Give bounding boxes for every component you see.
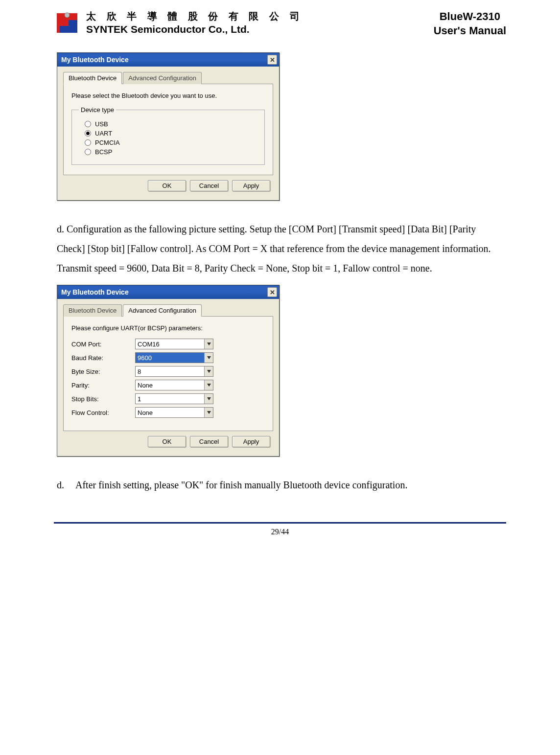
radio-pcmcia[interactable]: PCMCIA [85, 139, 257, 146]
list-marker: d. [57, 475, 68, 495]
device-type-legend: Device type [79, 106, 116, 114]
dialog-titlebar: My Bluetooth Device ✕ [57, 285, 279, 299]
company-name-en: SYNTEK Semiconductor Co., Ltd. [86, 23, 303, 36]
dialog-bluetooth-device-type: My Bluetooth Device ✕ Bluetooth Device A… [57, 52, 280, 201]
radio-label: PCMCIA [95, 139, 120, 146]
stop-bits-combo[interactable]: 1 [135, 393, 213, 404]
row-stop-bits: Stop Bits: 1 [71, 393, 265, 404]
apply-button[interactable]: Apply [232, 180, 270, 191]
dialog-title: My Bluetooth Device [61, 56, 129, 64]
tab-advanced-configuration[interactable]: Advanced Configuration [123, 304, 202, 317]
list-item-d2: d. After finish setting, please "OK" for… [57, 475, 506, 495]
flow-control-label: Flow Control: [71, 409, 135, 416]
tab-strip: Bluetooth Device Advanced Configuration [63, 304, 273, 316]
apply-button[interactable]: Apply [232, 436, 270, 447]
chevron-down-icon[interactable] [204, 353, 213, 363]
tab-strip: Bluetooth Device Advanced Configuration [63, 71, 273, 84]
ok-button[interactable]: OK [148, 436, 186, 447]
parity-value: None [136, 380, 204, 390]
baud-rate-value: 9600 [136, 353, 204, 363]
tab-bluetooth-device[interactable]: Bluetooth Device [63, 304, 122, 317]
row-flow-control: Flow Control: None [71, 407, 265, 418]
stop-bits-value: 1 [136, 394, 204, 404]
product-name: BlueW-2310 [434, 10, 506, 24]
radio-icon [85, 121, 91, 127]
svg-point-0 [65, 13, 70, 18]
com-port-combo[interactable]: COM16 [135, 339, 213, 349]
cancel-button[interactable]: Cancel [190, 180, 228, 191]
header-right: BlueW-2310 User's Manual [434, 10, 506, 38]
row-baud-rate: Baud Rate: 9600 [71, 352, 265, 363]
radio-label: BCSP [95, 148, 112, 156]
radio-usb[interactable]: USB [85, 120, 257, 128]
chevron-down-icon[interactable] [204, 394, 213, 404]
page-header: 太 欣 半 導 體 股 份 有 限 公 司 SYNTEK Semiconduct… [54, 10, 506, 38]
paragraph-d: d. Configuration as the fallowing pictur… [57, 219, 506, 278]
com-port-label: COM Port: [71, 341, 135, 348]
company-name-cn: 太 欣 半 導 體 股 份 有 限 公 司 [86, 10, 303, 23]
chevron-down-icon[interactable] [204, 339, 213, 349]
cancel-button[interactable]: Cancel [190, 436, 228, 447]
radio-bcsp[interactable]: BCSP [85, 148, 257, 156]
doc-title: User's Manual [434, 24, 506, 38]
ok-button[interactable]: OK [148, 180, 186, 191]
tab-panel: Please configure UART(or BCSP) parameter… [63, 316, 273, 431]
byte-size-combo[interactable]: 8 [135, 366, 213, 377]
dialog-button-row: OK Cancel Apply [63, 175, 273, 194]
flow-control-combo[interactable]: None [135, 407, 213, 418]
dialog-title: My Bluetooth Device [61, 288, 129, 296]
company-name: 太 欣 半 導 體 股 份 有 限 公 司 SYNTEK Semiconduct… [86, 10, 303, 36]
chevron-down-icon[interactable] [204, 366, 213, 376]
dialog-advanced-configuration: My Bluetooth Device ✕ Bluetooth Device A… [57, 285, 280, 457]
parity-combo[interactable]: None [135, 380, 213, 390]
baud-rate-label: Baud Rate: [71, 354, 135, 362]
stop-bits-label: Stop Bits: [71, 395, 135, 403]
row-parity: Parity: None [71, 380, 265, 390]
radio-label: USB [95, 120, 108, 128]
radio-icon [85, 149, 91, 155]
close-icon[interactable]: ✕ [267, 55, 277, 65]
tab-panel: Please select the Bluetooth device you w… [63, 84, 273, 175]
radio-icon [85, 130, 91, 137]
close-icon[interactable]: ✕ [267, 287, 277, 297]
parity-label: Parity: [71, 382, 135, 389]
baud-rate-combo[interactable]: 9600 [135, 352, 213, 363]
byte-size-value: 8 [136, 366, 204, 376]
flow-control-value: None [136, 408, 204, 417]
radio-uart[interactable]: UART [85, 130, 257, 137]
company-logo-icon [54, 11, 80, 35]
tab-advanced-configuration[interactable]: Advanced Configuration [123, 72, 202, 84]
panel-message: Please configure UART(or BCSP) parameter… [71, 324, 265, 332]
dialog-button-row: OK Cancel Apply [63, 431, 273, 450]
row-byte-size: Byte Size: 8 [71, 366, 265, 377]
com-port-value: COM16 [136, 339, 204, 349]
row-com-port: COM Port: COM16 [71, 339, 265, 349]
byte-size-label: Byte Size: [71, 368, 135, 375]
radio-label: UART [95, 130, 112, 137]
dialog-titlebar: My Bluetooth Device ✕ [57, 53, 279, 67]
chevron-down-icon[interactable] [204, 408, 213, 417]
chevron-down-icon[interactable] [204, 380, 213, 390]
device-type-group: Device type USB UART PCMCIA [71, 106, 265, 165]
tab-bluetooth-device[interactable]: Bluetooth Device [63, 72, 122, 84]
header-left: 太 欣 半 導 體 股 份 有 限 公 司 SYNTEK Semiconduct… [54, 10, 303, 36]
panel-message: Please select the Bluetooth device you w… [71, 92, 265, 99]
page-number: 29/44 [54, 524, 506, 536]
list-text: After finish setting, please "OK" for fi… [75, 475, 407, 495]
radio-icon [85, 139, 91, 146]
